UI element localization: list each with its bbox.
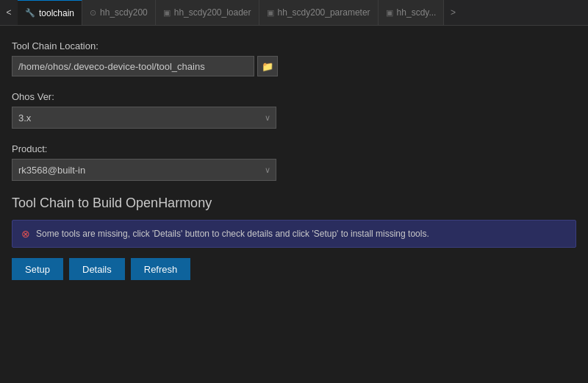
ohos-ver-wrapper: 3.x — [12, 107, 276, 129]
warning-icon: ⊗ — [21, 228, 30, 240]
setup-button[interactable]: Setup — [12, 258, 63, 280]
tab-prev-button[interactable]: < — [0, 0, 18, 26]
toolchain-tab-icon: 🔧 — [25, 8, 35, 18]
action-buttons: Setup Details Refresh — [12, 258, 576, 280]
product-label: Product: — [12, 143, 576, 154]
tool-chain-location-label: Tool Chain Location: — [12, 40, 576, 51]
main-content: Tool Chain Location: 📁 Ohos Ver: 3.x Pro… — [0, 26, 588, 295]
product-wrapper: rk3568@built-in — [12, 159, 276, 181]
section-heading: Tool Chain to Build OpenHarmony — [12, 196, 576, 211]
hh-scdy-tab-icon: ▣ — [386, 8, 393, 18]
details-button[interactable]: Details — [69, 258, 125, 280]
ohos-ver-group: Ohos Ver: 3.x — [12, 91, 576, 129]
tab-hh-scdy200-parameter[interactable]: ▣ hh_scdy200_parameter — [259, 0, 379, 26]
folder-icon: 📁 — [262, 61, 273, 72]
hh-scdy200-loader-tab-icon: ▣ — [163, 8, 171, 18]
tab-bar: < 🔧 toolchain ⊙ hh_scdy200 ▣ hh_scdy200_… — [0, 0, 588, 26]
warning-message: Some tools are missing, click 'Details' … — [36, 229, 429, 239]
refresh-button[interactable]: Refresh — [131, 258, 191, 280]
ohos-ver-label: Ohos Ver: — [12, 91, 576, 102]
product-select[interactable]: rk3568@built-in — [12, 159, 276, 181]
product-group: Product: rk3568@built-in — [12, 143, 576, 181]
hh-scdy200-parameter-tab-icon: ▣ — [267, 8, 274, 18]
folder-browse-button[interactable]: 📁 — [257, 56, 278, 76]
tab-toolchain[interactable]: 🔧 toolchain — [18, 0, 82, 26]
warning-box: ⊗ Some tools are missing, click 'Details… — [12, 220, 576, 248]
tab-hh-scdy200[interactable]: ⊙ hh_scdy200 — [82, 0, 156, 26]
tab-hh-scdy200-loader[interactable]: ▣ hh_scdy200_loader — [156, 0, 259, 26]
tool-chain-location-row: 📁 — [12, 56, 576, 76]
tab-hh-scdy[interactable]: ▣ hh_scdy... — [379, 0, 445, 26]
ohos-ver-select[interactable]: 3.x — [12, 107, 276, 129]
hh-scdy200-tab-icon: ⊙ — [90, 8, 96, 18]
tab-next-button[interactable]: > — [444, 0, 462, 26]
tool-chain-location-group: Tool Chain Location: 📁 — [12, 40, 576, 76]
tool-chain-location-input[interactable] — [12, 56, 254, 76]
